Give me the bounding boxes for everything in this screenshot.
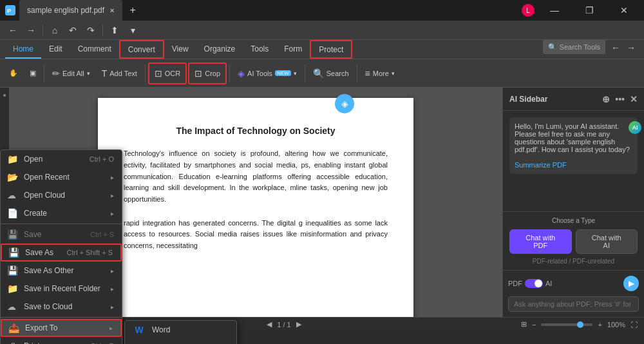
tab-home[interactable]: Home	[5, 40, 41, 59]
tab-edit[interactable]: Edit	[41, 40, 70, 59]
tab-convert[interactable]: Convert	[119, 40, 164, 59]
redo-btn[interactable]: ↷	[83, 23, 99, 38]
nav-bar: ← → ⌂ ↶ ↷ ⬆ ▾	[0, 21, 644, 40]
recent-icon: 📂	[7, 172, 18, 182]
ai-close-icon[interactable]: ✕	[630, 94, 638, 104]
summarize-link[interactable]: Summarize PDF	[515, 161, 567, 169]
menu-sep-2	[1, 317, 122, 318]
ai-tools-dropdown: ▾	[294, 70, 297, 77]
pdf-page: The Impact of Technology on Society Tech…	[98, 98, 413, 317]
menu-save-other[interactable]: 💾 Save As Other ▸	[1, 262, 122, 280]
search-label: Search	[327, 70, 349, 77]
zoom-thumb	[577, 321, 583, 328]
hand-icon: ✋	[9, 69, 18, 77]
chat-ai-btn[interactable]: Chat withAI	[576, 229, 638, 254]
menu-open-recent[interactable]: 📂 Open Recent ▸	[1, 168, 122, 186]
home-btn[interactable]: ⌂	[47, 23, 62, 38]
maximize-btn[interactable]: ❐	[574, 0, 604, 21]
zoom-slider[interactable]	[541, 323, 592, 326]
prev-page-btn[interactable]: ◀	[267, 320, 272, 329]
tab-organize[interactable]: Organize	[196, 40, 243, 59]
export-submenu: W Word X Excel P PowerPoint 🖼 Image	[124, 320, 237, 344]
ai-sidebar: AI Sidebar ⊕ ••• ✕ Hello, I'm Lumi, your…	[502, 88, 644, 317]
ai-toggle-label: AI	[545, 280, 552, 287]
select-icon: ▣	[30, 69, 36, 77]
ai-choose-type-section: Choose a Type Chat withPDF Chat withAI P…	[503, 211, 644, 270]
nav-right-btn[interactable]: →	[623, 40, 639, 55]
tab-filename: sample english pdf.pdf	[27, 6, 104, 15]
menu-save-cloud[interactable]: ☁ Save to Cloud ▸	[1, 298, 122, 316]
zoom-out-btn[interactable]: −	[532, 321, 536, 329]
undo-btn[interactable]: ↶	[65, 23, 80, 38]
pdf-title: The Impact of Technology on Society	[124, 124, 388, 138]
ai-chat-area: Hello, I'm Lumi, your AI assistant. Plea…	[503, 111, 644, 211]
upload-btn[interactable]: ⬆	[107, 23, 122, 38]
ribbon-search[interactable]: 🔍 Search Tools	[543, 40, 605, 54]
search-btn[interactable]: 🔍 Search	[308, 62, 354, 84]
menu-save[interactable]: 💾 Save Ctrl + S	[1, 225, 122, 244]
next-page-btn[interactable]: ▶	[296, 320, 301, 329]
fit-page-btn[interactable]: ⊞	[521, 320, 527, 329]
ai-tools-btn[interactable]: ◈ AI Tools NEW ▾	[232, 62, 302, 84]
select-tool-btn[interactable]: ▣	[24, 62, 41, 84]
ocr-btn[interactable]: ⊡ OCR	[148, 62, 187, 84]
status-right: ⊞ − + 100% ⛶	[521, 320, 638, 329]
tools-sep-4	[305, 64, 305, 82]
menu-open[interactable]: 📁 Open Ctrl + O	[1, 150, 122, 168]
ai-prompt-input[interactable]	[508, 296, 639, 312]
back-btn[interactable]: ←	[5, 23, 21, 38]
menu-create[interactable]: 📄 Create ▸	[1, 204, 122, 222]
ai-sidebar-title: AI Sidebar	[509, 95, 547, 104]
crop-btn[interactable]: ⊡ Crop	[188, 62, 227, 84]
tab-protect[interactable]: Protect	[310, 40, 352, 59]
more-label: More	[373, 70, 389, 77]
edit-dropdown-icon: ▾	[87, 70, 90, 77]
add-text-btn[interactable]: T Add Text	[97, 62, 142, 84]
new-tab-btn[interactable]: +	[124, 1, 142, 19]
ai-more-icon[interactable]: •••	[615, 94, 625, 104]
save-cloud-icon: ☁	[7, 301, 16, 312]
fullscreen-btn[interactable]: ⛶	[630, 321, 638, 329]
close-btn[interactable]: ✕	[609, 0, 639, 21]
export-excel[interactable]: X Excel	[125, 339, 236, 344]
file-dropdown-menu: 📁 Open Ctrl + O 📂 Open Recent ▸ ☁ Open C…	[0, 149, 122, 344]
more-icon: ≡	[365, 68, 370, 79]
export-word[interactable]: W Word	[125, 321, 236, 339]
dropdown-btn[interactable]: ▾	[125, 23, 140, 38]
tools-bar: ✋ ▣ ✏ Edit All ▾ T Add Text ⊡ OCR ⊡ Crop…	[0, 59, 644, 88]
save-recent-icon: 📁	[7, 283, 18, 294]
menu-save-recent-folder[interactable]: 📁 Save in Recent Folder ▸	[1, 280, 122, 298]
zoom-in-btn[interactable]: +	[598, 321, 601, 329]
tab-form[interactable]: Form	[276, 40, 310, 59]
menu-save-as[interactable]: 💾 Save As Ctrl + Shift + S	[1, 244, 122, 262]
ai-type-buttons: Chat withPDF Chat withAI	[509, 229, 638, 254]
more-btn[interactable]: ≡ More ▾	[360, 62, 400, 84]
cloud-open-icon: ☁	[7, 190, 16, 200]
pdf-toggle[interactable]	[525, 279, 543, 288]
ai-greeting-msg: Hello, I'm Lumi, your AI assistant. Plea…	[509, 117, 638, 174]
tab-comment[interactable]: Comment	[70, 40, 119, 59]
tools-sep-1	[44, 64, 44, 82]
minimize-btn[interactable]: —	[540, 0, 569, 21]
type-desc: PDF-related / PDF-unrelated	[509, 258, 638, 265]
send-btn[interactable]: ▶	[623, 276, 639, 291]
edit-all-btn[interactable]: ✏ Edit All ▾	[47, 62, 95, 84]
tab-tools[interactable]: Tools	[243, 40, 276, 59]
menu-open-cloud[interactable]: ☁ Open Cloud ▸	[1, 186, 122, 204]
forward-btn[interactable]: →	[23, 23, 39, 38]
tab-view[interactable]: View	[164, 40, 196, 59]
tab-pdf[interactable]: sample english pdf.pdf ✕	[19, 0, 122, 21]
lumi-float-btn[interactable]: ◈	[335, 94, 354, 113]
chat-pdf-btn[interactable]: Chat withPDF	[509, 229, 572, 254]
add-text-label: Add Text	[109, 70, 137, 77]
nav-left-btn[interactable]: ←	[608, 40, 623, 55]
svg-text:P: P	[7, 8, 11, 14]
hand-tool-btn[interactable]: ✋	[4, 62, 23, 84]
ai-prompt-area	[503, 296, 644, 317]
tab-close-btn[interactable]: ✕	[109, 7, 115, 14]
menu-print[interactable]: 🖨 Print Ctrl + P	[1, 337, 122, 344]
menu-export-to[interactable]: 📤 Export To ▸ W Word X Excel P PowerPo	[1, 319, 122, 337]
ai-add-icon[interactable]: ⊕	[602, 94, 610, 104]
more-dropdown-icon: ▾	[392, 70, 395, 77]
print-icon: 🖨	[7, 341, 16, 344]
